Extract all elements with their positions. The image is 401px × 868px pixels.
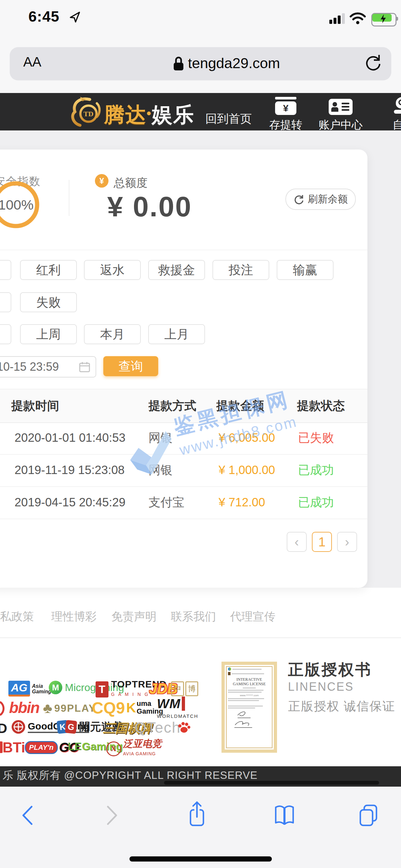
forward-button[interactable] — [104, 805, 120, 826]
filter-button-partial[interactable] — [0, 292, 11, 312]
logo-text: QTech — [135, 719, 181, 736]
filter-button-partial[interactable] — [0, 324, 11, 344]
logo-icon: X — [106, 741, 121, 756]
iphone-screen: 6:45 AA tengda29.com TD 腾达•娱乐 回到首页 ¥ 存提转 — [0, 0, 401, 868]
footer-link-contact[interactable]: 联系我们 — [171, 609, 216, 624]
nav-item-account-center[interactable]: 账户中心 — [313, 97, 368, 132]
table-row: 2020-01-01 01:40:53 网银 ¥ 6,005.00 已失败 — [0, 422, 367, 455]
brand-dot: • — [147, 106, 152, 120]
col-header-time: 提款时间 — [11, 390, 59, 423]
logo-icon: M — [49, 681, 62, 694]
coin-icon: ¥ — [95, 174, 109, 188]
id-card-icon — [329, 97, 352, 115]
home-link[interactable]: 回到首页 — [205, 111, 252, 127]
filter-button-rebate[interactable]: 返水 — [84, 260, 141, 280]
refresh-balance-button[interactable]: 刷新余额 — [285, 189, 356, 210]
logo-text: LE — [68, 740, 82, 753]
wallet-yen-icon: ¥ — [275, 97, 297, 115]
footer-link-responsible[interactable]: 理性博彩 — [51, 609, 96, 624]
divider — [0, 250, 367, 250]
logo-text: BTi — [3, 740, 25, 755]
share-button[interactable] — [187, 800, 207, 828]
reload-icon[interactable] — [364, 53, 382, 73]
logo-text: 泛亚电竞AVIA GAMING — [123, 740, 162, 758]
balance-label: 总额度 — [114, 175, 148, 190]
wifi-icon — [349, 12, 366, 25]
withdraw-status: 已成功 — [298, 454, 334, 486]
query-button[interactable]: 查询 — [103, 356, 158, 376]
brand-white: 娱乐 — [152, 103, 194, 126]
footer-link-disclaimer[interactable]: 免责声明 — [112, 609, 157, 624]
cellular-signal-icon — [329, 13, 349, 24]
filter-button-bonus[interactable]: 红利 — [20, 260, 77, 280]
logo-text: CQ9 — [92, 699, 125, 717]
tabs-button[interactable] — [357, 803, 380, 827]
logo-text: 博 — [185, 681, 198, 696]
lock-icon — [173, 56, 185, 72]
logo-worldmatch: WMWORLDMATCH — [157, 699, 198, 721]
divider — [0, 638, 401, 638]
logo-icon: T — [96, 681, 109, 698]
refresh-balance-label: 刷新余额 — [308, 192, 348, 206]
logo-partial: D — [0, 721, 7, 736]
nav-item-self-service[interactable]: 自助 — [376, 97, 401, 132]
withdraw-amount: ¥ 6,005.00 — [219, 422, 275, 454]
balance-value: ¥ 0.00 — [107, 190, 192, 223]
logo-partial — [0, 702, 4, 716]
license-title: 正版授权书 — [288, 659, 372, 680]
table-row: 2019-11-19 15:23:08 网银 ¥ 1,000.00 已成功 — [0, 454, 367, 487]
date-input[interactable]: 0-10-15 23:59 — [0, 356, 96, 377]
filter-button-lastweek[interactable]: 上周 — [20, 324, 77, 344]
pagination-page-1[interactable]: 1 — [312, 532, 332, 552]
logo-avia: X 泛亚电竞AVIA GAMING — [106, 740, 162, 758]
withdraw-time: 2020-01-01 01:40:53 — [14, 422, 126, 454]
horizontal-scrollbar[interactable] — [164, 781, 379, 785]
logo-text: 99PLAY — [54, 702, 96, 714]
logo-bti: BTi — [3, 740, 25, 755]
certificate-title: INTERACTIVEGAMING LICENSE — [228, 677, 271, 686]
nav-item-deposit[interactable]: ¥ 存提转 — [258, 97, 313, 132]
table-header-row: 提款时间 提款方式 提款金额 提款状态 — [0, 389, 367, 423]
col-header-amount: 提款金额 — [216, 390, 264, 423]
logo-text: PLAY'n — [25, 741, 58, 754]
hand-coin-icon — [394, 97, 401, 115]
divider — [69, 180, 69, 216]
logo-text: 申 — [171, 681, 184, 696]
withdraw-method: 支付宝 — [149, 486, 184, 519]
bookmarks-button[interactable] — [273, 804, 296, 827]
pagination-next[interactable]: › — [337, 532, 357, 552]
battery-charging-icon — [371, 13, 399, 25]
url-text[interactable]: tengda29.com — [188, 55, 280, 72]
filter-button-failed[interactable]: 失败 — [20, 292, 77, 312]
withdraw-time: 2019-04-15 20:45:29 — [14, 486, 126, 519]
copyright-bar: 乐 版权所有 @COPYRIGHT ALL RIGHT RESERVE — [0, 766, 401, 786]
filter-button-lastmonth[interactable]: 上月 — [148, 324, 205, 344]
logo-asia-gaming: AG AsiaGaming — [8, 681, 51, 696]
club-icon: ♣ — [43, 700, 52, 716]
filter-button-bet[interactable]: 投注 — [212, 260, 269, 280]
account-card: 安全指数 100% ¥ 总额度 ¥ 0.00 刷新余额 红利 返水 救援金 投注… — [0, 150, 367, 588]
home-indicator — [129, 857, 272, 862]
filter-button-rescue[interactable]: 救援金 — [148, 260, 205, 280]
pagination-prev[interactable]: ‹ — [287, 532, 307, 552]
reader-mode-button[interactable]: AA — [23, 54, 41, 70]
back-button[interactable] — [20, 805, 35, 826]
dragon-logo-icon[interactable]: TD — [68, 96, 107, 129]
logo-partial — [0, 741, 3, 753]
brand-logo-text[interactable]: 腾达•娱乐 — [104, 101, 194, 129]
filter-button-thismonth[interactable]: 本月 — [84, 324, 141, 344]
footer-link-agent[interactable]: 代理宣传 — [230, 609, 275, 624]
logo-text: bbin — [9, 699, 39, 717]
paw-icon — [177, 721, 191, 734]
refresh-icon — [294, 194, 305, 205]
logo-bbin: bbin — [9, 699, 39, 717]
filter-button-partial[interactable] — [0, 260, 11, 280]
license-tagline: 正版授权 诚信保证 — [288, 698, 396, 715]
footer-link-privacy[interactable]: 私政策 — [0, 609, 34, 624]
svg-text:TD: TD — [84, 110, 94, 118]
brand-gold: 腾达 — [104, 103, 147, 126]
withdraw-status: 已成功 — [298, 486, 334, 519]
table-row: 2019-04-15 20:45:29 支付宝 ¥ 712.00 已成功 — [0, 486, 367, 519]
filter-button-winloss[interactable]: 输赢 — [277, 260, 334, 280]
logo-99play: ♣ 99PLAY — [43, 700, 96, 716]
